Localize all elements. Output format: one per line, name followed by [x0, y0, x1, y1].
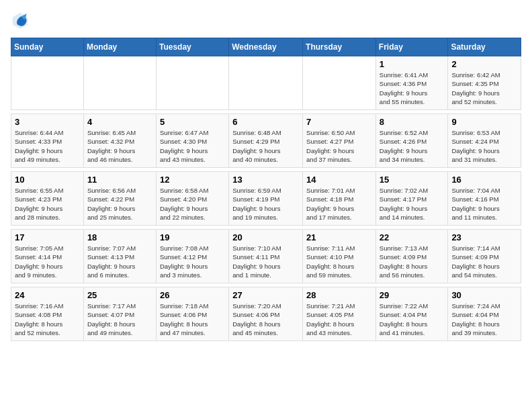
calendar-cell: 7Sunrise: 6:50 AM Sunset: 4:27 PM Daylig… [303, 114, 376, 168]
calendar-cell: 30Sunrise: 7:24 AM Sunset: 4:04 PM Dayli… [448, 287, 521, 341]
weekday-header: Friday [375, 38, 448, 56]
day-number: 4 [87, 117, 152, 127]
calendar-cell [156, 56, 228, 110]
calendar-cell: 18Sunrise: 7:07 AM Sunset: 4:13 PM Dayli… [83, 230, 156, 283]
calendar-cell: 19Sunrise: 7:08 AM Sunset: 4:12 PM Dayli… [156, 230, 228, 283]
day-number: 29 [380, 290, 445, 300]
day-info: Sunrise: 7:17 AM Sunset: 4:07 PM Dayligh… [87, 302, 152, 337]
calendar-cell: 12Sunrise: 6:58 AM Sunset: 4:20 PM Dayli… [156, 172, 228, 226]
calendar-cell: 9Sunrise: 6:53 AM Sunset: 4:24 PM Daylig… [448, 114, 521, 168]
day-number: 24 [15, 290, 80, 300]
day-info: Sunrise: 7:07 AM Sunset: 4:13 PM Dayligh… [87, 244, 152, 279]
calendar-cell: 23Sunrise: 7:14 AM Sunset: 4:09 PM Dayli… [448, 230, 521, 283]
day-info: Sunrise: 7:05 AM Sunset: 4:14 PM Dayligh… [15, 244, 80, 279]
weekday-header: Monday [83, 38, 156, 56]
day-number: 19 [160, 232, 225, 242]
day-info: Sunrise: 6:42 AM Sunset: 4:35 PM Dayligh… [451, 71, 517, 106]
calendar-cell [229, 56, 303, 110]
calendar-week-row: 24Sunrise: 7:16 AM Sunset: 4:08 PM Dayli… [11, 287, 521, 341]
day-info: Sunrise: 7:04 AM Sunset: 4:16 PM Dayligh… [451, 186, 517, 222]
day-info: Sunrise: 6:50 AM Sunset: 4:27 PM Dayligh… [306, 128, 372, 164]
calendar-week-row: 10Sunrise: 6:55 AM Sunset: 4:23 PM Dayli… [11, 172, 521, 226]
weekday-header-row: SundayMondayTuesdayWednesdayThursdayFrid… [11, 38, 521, 56]
day-number: 22 [380, 232, 445, 242]
day-number: 18 [87, 232, 152, 242]
day-info: Sunrise: 7:02 AM Sunset: 4:17 PM Dayligh… [380, 186, 445, 222]
day-info: Sunrise: 7:22 AM Sunset: 4:04 PM Dayligh… [380, 302, 445, 337]
day-number: 12 [160, 175, 225, 185]
calendar-cell: 6Sunrise: 6:48 AM Sunset: 4:29 PM Daylig… [229, 114, 303, 168]
calendar-cell: 13Sunrise: 6:59 AM Sunset: 4:19 PM Dayli… [229, 172, 303, 226]
day-number: 21 [306, 232, 372, 242]
day-info: Sunrise: 6:59 AM Sunset: 4:19 PM Dayligh… [232, 186, 299, 222]
day-info: Sunrise: 6:56 AM Sunset: 4:22 PM Dayligh… [87, 186, 152, 222]
day-number: 16 [451, 175, 517, 185]
day-info: Sunrise: 7:08 AM Sunset: 4:12 PM Dayligh… [160, 244, 225, 279]
day-info: Sunrise: 7:14 AM Sunset: 4:09 PM Dayligh… [451, 244, 517, 279]
day-number: 3 [15, 117, 80, 127]
calendar-cell: 28Sunrise: 7:21 AM Sunset: 4:05 PM Dayli… [303, 287, 376, 341]
calendar-cell: 25Sunrise: 7:17 AM Sunset: 4:07 PM Dayli… [83, 287, 156, 341]
calendar-cell: 10Sunrise: 6:55 AM Sunset: 4:23 PM Dayli… [11, 172, 84, 226]
day-info: Sunrise: 6:52 AM Sunset: 4:26 PM Dayligh… [380, 128, 445, 164]
day-number: 1 [380, 59, 445, 69]
day-info: Sunrise: 7:13 AM Sunset: 4:09 PM Dayligh… [380, 244, 445, 279]
day-info: Sunrise: 6:48 AM Sunset: 4:29 PM Dayligh… [232, 128, 299, 164]
day-number: 20 [232, 232, 299, 242]
calendar-cell [11, 56, 84, 110]
day-info: Sunrise: 7:21 AM Sunset: 4:05 PM Dayligh… [306, 302, 372, 337]
calendar-week-row: 3Sunrise: 6:44 AM Sunset: 4:33 PM Daylig… [11, 114, 521, 168]
day-number: 26 [160, 290, 225, 300]
day-info: Sunrise: 6:45 AM Sunset: 4:32 PM Dayligh… [87, 128, 152, 164]
calendar-cell: 5Sunrise: 6:47 AM Sunset: 4:30 PM Daylig… [156, 114, 228, 168]
day-info: Sunrise: 6:41 AM Sunset: 4:36 PM Dayligh… [380, 71, 445, 106]
day-number: 6 [232, 117, 299, 127]
weekday-header: Wednesday [229, 38, 303, 56]
calendar-cell: 26Sunrise: 7:18 AM Sunset: 4:06 PM Dayli… [156, 287, 228, 341]
day-number: 11 [87, 175, 152, 185]
weekday-header: Tuesday [156, 38, 228, 56]
day-number: 8 [380, 117, 445, 127]
calendar-cell: 1Sunrise: 6:41 AM Sunset: 4:36 PM Daylig… [375, 56, 448, 110]
day-number: 10 [15, 175, 80, 185]
calendar-week-row: 1Sunrise: 6:41 AM Sunset: 4:36 PM Daylig… [11, 56, 521, 110]
day-number: 9 [451, 117, 517, 127]
day-info: Sunrise: 7:01 AM Sunset: 4:18 PM Dayligh… [306, 186, 372, 222]
calendar-cell: 3Sunrise: 6:44 AM Sunset: 4:33 PM Daylig… [11, 114, 84, 168]
day-info: Sunrise: 7:18 AM Sunset: 4:06 PM Dayligh… [160, 302, 225, 337]
day-info: Sunrise: 7:24 AM Sunset: 4:04 PM Dayligh… [451, 302, 517, 337]
day-number: 25 [87, 290, 152, 300]
day-info: Sunrise: 6:55 AM Sunset: 4:23 PM Dayligh… [15, 186, 80, 222]
day-number: 14 [306, 175, 372, 185]
calendar-cell [83, 56, 156, 110]
day-info: Sunrise: 6:44 AM Sunset: 4:33 PM Dayligh… [15, 128, 80, 164]
day-info: Sunrise: 7:16 AM Sunset: 4:08 PM Dayligh… [15, 302, 80, 337]
weekday-header: Saturday [448, 38, 521, 56]
day-info: Sunrise: 7:20 AM Sunset: 4:06 PM Dayligh… [232, 302, 299, 337]
day-info: Sunrise: 6:53 AM Sunset: 4:24 PM Dayligh… [451, 128, 517, 164]
day-number: 7 [306, 117, 372, 127]
day-info: Sunrise: 7:11 AM Sunset: 4:10 PM Dayligh… [306, 244, 372, 279]
day-info: Sunrise: 6:47 AM Sunset: 4:30 PM Dayligh… [160, 128, 225, 164]
calendar-cell: 27Sunrise: 7:20 AM Sunset: 4:06 PM Dayli… [229, 287, 303, 341]
calendar-cell: 15Sunrise: 7:02 AM Sunset: 4:17 PM Dayli… [375, 172, 448, 226]
calendar-cell: 20Sunrise: 7:10 AM Sunset: 4:11 PM Dayli… [229, 230, 303, 283]
day-number: 27 [232, 290, 299, 300]
day-number: 5 [160, 117, 225, 127]
calendar-cell: 2Sunrise: 6:42 AM Sunset: 4:35 PM Daylig… [448, 56, 521, 110]
calendar-cell: 11Sunrise: 6:56 AM Sunset: 4:22 PM Dayli… [83, 172, 156, 226]
day-number: 28 [306, 290, 372, 300]
calendar-cell: 14Sunrise: 7:01 AM Sunset: 4:18 PM Dayli… [303, 172, 376, 226]
day-number: 17 [15, 232, 80, 242]
day-number: 15 [380, 175, 445, 185]
calendar-cell: 22Sunrise: 7:13 AM Sunset: 4:09 PM Dayli… [375, 230, 448, 283]
calendar-cell: 29Sunrise: 7:22 AM Sunset: 4:04 PM Dayli… [375, 287, 448, 341]
calendar-cell: 24Sunrise: 7:16 AM Sunset: 4:08 PM Dayli… [11, 287, 84, 341]
calendar-cell: 16Sunrise: 7:04 AM Sunset: 4:16 PM Dayli… [448, 172, 521, 226]
weekday-header: Sunday [11, 38, 84, 56]
calendar-cell: 4Sunrise: 6:45 AM Sunset: 4:32 PM Daylig… [83, 114, 156, 168]
day-number: 13 [232, 175, 299, 185]
calendar-cell: 21Sunrise: 7:11 AM Sunset: 4:10 PM Dayli… [303, 230, 376, 283]
calendar-cell [303, 56, 376, 110]
weekday-header: Thursday [303, 38, 376, 56]
